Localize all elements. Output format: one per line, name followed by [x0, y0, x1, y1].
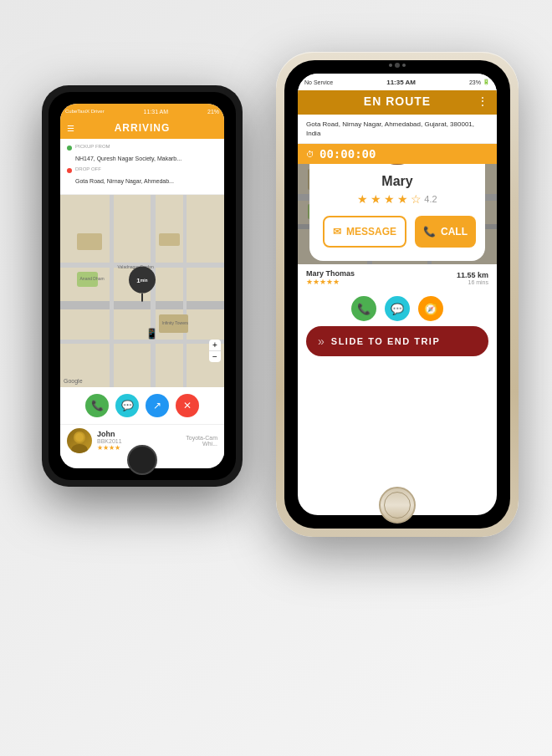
phone-icon-btn[interactable]: 📞 [351, 296, 376, 321]
call-button[interactable]: 📞 CALL [415, 216, 476, 248]
star-1: ★ [357, 192, 368, 206]
driver-avatar [67, 428, 92, 453]
signal-status: No Service [304, 79, 333, 85]
menu-icon[interactable]: ☰ [67, 124, 74, 133]
call-icon: 📞 [423, 226, 436, 238]
route-address: Gota Road, Nirnay Nagar, Ahmedabad, Guja… [298, 115, 497, 144]
left-phone-screen: CubeTaxiX Driver 11:31 AM 21% ☰ ARRIVING… [60, 104, 224, 468]
svg-point-2 [75, 433, 84, 442]
left-map: Anand Dham Infinity Towers Valadnagar Ga… [60, 195, 224, 387]
distance-value: 11.55 km [457, 271, 488, 279]
right-battery: 23% [469, 79, 481, 85]
left-phone: CubeTaxiX Driver 11:31 AM 21% ☰ ARRIVING… [42, 85, 243, 487]
close-action-btn[interactable]: ✕ [176, 394, 199, 417]
right-time: 11:35 AM [386, 79, 416, 86]
pickup-label: PICKUP FROM [75, 144, 181, 149]
header-dots[interactable]: ⋮ [477, 94, 488, 108]
driver-name: John [97, 430, 186, 438]
phone-icon: 📞 [357, 303, 371, 315]
modal-card: × Mary ★ ★ ★ ★ ☆ 4.2 [309, 164, 485, 261]
passenger-name-modal: Mary [309, 174, 485, 189]
share-action-btn[interactable]: ↗ [146, 394, 169, 417]
left-time: 11:31 AM [144, 109, 169, 115]
app-name-label: CubeTaxiX Driver [65, 109, 105, 114]
svg-point-1 [71, 444, 88, 453]
chat-action-btn[interactable]: 💬 [115, 394, 139, 417]
right-phone: No Service 11:35 AM 23% 🔋 EN ROUTE ⋮ Got… [276, 52, 519, 537]
slide-arrows-icon: » [318, 335, 325, 348]
distance-info: 11.55 km 16 mins [457, 271, 488, 285]
trip-info: PICKUP FROM NH147, Quresh Nagar Society,… [60, 139, 224, 195]
driver-car: Toyota-Cam Whi... [186, 435, 217, 447]
bottom-action-icons: 📞 💬 🧭 [298, 291, 497, 326]
message-icon: ✉ [333, 226, 341, 238]
action-buttons: 📞 💬 ↗ ✕ [60, 387, 224, 424]
call-action-btn[interactable]: 📞 [85, 394, 109, 417]
passenger-star-rating: ★★★★★ [306, 278, 355, 286]
right-map: 🏪 ભારત [298, 164, 497, 264]
slide-end-label: SLIDE TO END TRIP [331, 336, 440, 346]
timer-display: 00:00:00 [319, 147, 376, 161]
star-half: ☆ [411, 192, 422, 206]
passenger-rating: ★ ★ ★ ★ ☆ 4.2 [309, 192, 485, 206]
phones-container: CubeTaxiX Driver 11:31 AM 21% ☰ ARRIVING… [17, 18, 535, 738]
bottom-passenger-info: Mary Thomas ★★★★★ 11.55 km 16 mins [298, 264, 497, 291]
call-label: CALL [441, 226, 468, 238]
camera-dot [389, 64, 392, 67]
modal-actions: ✉ MESSAGE 📞 CALL [309, 216, 485, 248]
left-status-bar: CubeTaxiX Driver 11:31 AM 21% [60, 104, 224, 119]
map-pin: 1 min [129, 267, 156, 302]
star-2: ★ [371, 192, 381, 206]
message-button[interactable]: ✉ MESSAGE [323, 216, 406, 248]
distance-time: 16 mins [457, 279, 488, 285]
dropoff-address: Gota Road, Nirnay Nagar, Ahmedab... [75, 178, 174, 184]
slide-to-end-trip[interactable]: » SLIDE TO END TRIP [306, 326, 488, 356]
dropoff-label: DROP OFF [75, 166, 174, 171]
modal-avatar-container [309, 164, 485, 167]
home-btn-inner [384, 492, 411, 518]
speaker-dot [395, 63, 400, 68]
right-phone-screen: No Service 11:35 AM 23% 🔋 EN ROUTE ⋮ Got… [298, 74, 497, 515]
nav-icon-btn[interactable]: 🧭 [418, 296, 443, 321]
modal-overlay: × Mary ★ ★ ★ ★ ☆ 4.2 [298, 164, 497, 264]
pickup-dot [67, 146, 72, 151]
left-home-button[interactable] [127, 445, 157, 475]
passenger-details: Mary Thomas ★★★★★ [306, 269, 355, 286]
pickup-address: NH147, Quresh Nagar Society, Makarb... [75, 156, 181, 161]
chat-icon-btn[interactable]: 💬 [385, 296, 410, 321]
google-logo: Google [64, 378, 83, 384]
sensor-dot [402, 64, 406, 67]
en-route-title: EN ROUTE [364, 94, 431, 108]
dropoff-dot [67, 168, 72, 173]
navigation-icon: 🧭 [424, 303, 437, 315]
timer-icon: ⏱ [306, 150, 314, 159]
svg-point-9 [384, 164, 411, 165]
rating-number: 4.2 [424, 194, 437, 204]
camera-notch [389, 63, 406, 68]
driver-plate: BBK2011 [97, 438, 186, 444]
right-status-bar: No Service 11:35 AM 23% 🔋 [298, 74, 497, 90]
timer-bar: ⏱ 00:00:00 [298, 144, 497, 164]
right-home-button[interactable] [379, 487, 416, 524]
star-4: ★ [397, 192, 408, 206]
left-battery: 21% [207, 109, 219, 115]
arriving-title: ARRIVING [115, 122, 171, 134]
passenger-avatar [368, 164, 427, 167]
message-label: MESSAGE [346, 226, 396, 238]
right-header: EN ROUTE ⋮ [298, 90, 497, 115]
chat-icon: 💬 [391, 303, 404, 315]
passenger-fullname: Mary Thomas [306, 269, 355, 278]
left-header: ☰ ARRIVING [60, 119, 224, 139]
star-3: ★ [384, 192, 395, 206]
